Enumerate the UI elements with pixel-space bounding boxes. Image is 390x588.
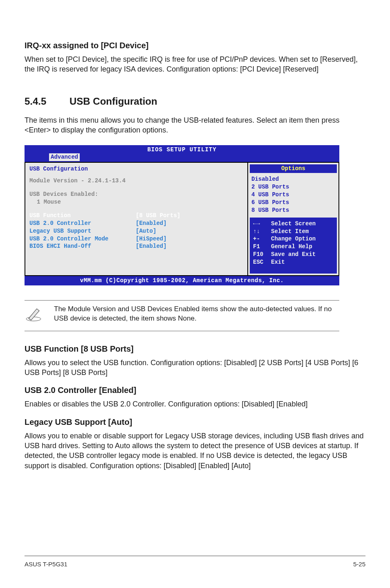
bios-row-usb2-controller: USB 2.0 Controller [Enabled]: [29, 220, 243, 227]
key-desc: General Help: [271, 243, 312, 251]
bios-value: [Auto]: [136, 227, 156, 235]
heading-usb-function: USB Function [8 USB Ports]: [25, 343, 365, 355]
bios-row-ehci: BIOS EHCI Hand-Off [Enabled]: [29, 242, 243, 250]
bios-option: 4 USB Ports: [251, 191, 335, 199]
bios-option: 6 USB Ports: [251, 199, 335, 206]
bios-tabs: Advanced: [25, 153, 339, 162]
bios-device-mouse: 1 Mouse: [29, 198, 243, 206]
key-desc: Select Screen: [271, 220, 316, 228]
bios-row-usb-function: USB Function [8 USB Ports]: [29, 212, 243, 220]
key: ESC: [253, 258, 271, 266]
heading-title: USB Configuration: [69, 96, 157, 107]
heading-5-4-5: 5.4.5USB Configuration: [25, 95, 365, 108]
key-desc: Exit: [271, 258, 285, 266]
bios-key-help: ←→Select Screen ↑↓Select Item +-Change O…: [250, 218, 337, 274]
bios-left-panel: USB Configuration Module Version - 2.24.…: [25, 162, 247, 276]
bios-options-header: Options: [250, 164, 337, 173]
heading-number: 5.4.5: [25, 95, 69, 108]
bios-value: [HiSpeed]: [136, 235, 167, 243]
bios-label: Legacy USB Support: [29, 227, 136, 235]
bios-left-header: USB Configuration: [29, 165, 243, 173]
bios-label: BIOS EHCI Hand-Off: [29, 242, 136, 250]
body-usb2-controller: Enables or disables the USB 2.0 Controll…: [25, 399, 365, 409]
heading-usb2-controller: USB 2.0 Controller [Enabled]: [25, 385, 365, 396]
bios-options-list: Disabled 2 USB Ports 4 USB Ports 6 USB P…: [248, 175, 338, 215]
bios-screenshot: BIOS SETUP UTILITY Advanced USB Configur…: [25, 145, 339, 285]
bios-option: 2 USB Ports: [251, 183, 335, 191]
bios-right-panel: Options Disabled 2 USB Ports 4 USB Ports…: [247, 162, 339, 276]
bios-tab-advanced: Advanced: [49, 153, 80, 161]
bios-row-legacy-usb: Legacy USB Support [Auto]: [29, 227, 243, 235]
body-intro: The items in this menu allows you to cha…: [25, 115, 365, 135]
footer-right: 5-25: [353, 560, 365, 568]
note-box: The Module Version and USB Devices Enabl…: [25, 300, 339, 331]
bios-value: [Enabled]: [136, 220, 167, 227]
bios-module-version: Module Version - 2.24.1-13.4: [29, 177, 243, 185]
body-irq: When set to [PCI Device], the specific I…: [25, 54, 365, 74]
key: ←→: [253, 220, 271, 228]
bios-label: USB Function: [29, 212, 136, 220]
bios-footer: vMM.mm (C)Copyright 1985-2002, American …: [25, 276, 339, 285]
key: ↑↓: [253, 228, 271, 236]
bios-devices-header: USB Devices Enabled:: [29, 191, 243, 198]
key: F1: [253, 243, 271, 251]
heading-irq: IRQ-xx assigned to [PCI Device]: [25, 40, 365, 51]
bios-label: USB 2.0 Controller: [29, 220, 136, 227]
bios-value: [Enabled]: [136, 242, 167, 250]
bios-option: 8 USB Ports: [251, 206, 335, 214]
note-text: The Module Version and USB Devices Enabl…: [54, 305, 336, 323]
pencil-icon: [25, 305, 43, 325]
key-desc: Select Item: [271, 228, 309, 236]
heading-legacy-usb: Legacy USB Support [Auto]: [25, 417, 365, 428]
key-desc: Change Option: [271, 235, 316, 243]
key: F10: [253, 251, 271, 258]
bios-title: BIOS SETUP UTILITY: [25, 145, 339, 154]
key: +-: [253, 235, 271, 243]
body-usb-function: Allows you to select the USB function. C…: [25, 358, 365, 378]
footer-left: ASUS T-P5G31: [25, 560, 67, 568]
bios-row-usb2-mode: USB 2.0 Controller Mode [HiSpeed]: [29, 235, 243, 243]
bios-value: [8 USB Ports]: [136, 212, 180, 220]
page-footer: ASUS T-P5G31 5-25: [25, 556, 365, 568]
bios-label: USB 2.0 Controller Mode: [29, 235, 136, 243]
body-legacy-usb: Allows you to enable or disable support …: [25, 431, 365, 471]
bios-option: Disabled: [251, 175, 335, 183]
key-desc: Save and Exit: [271, 251, 316, 258]
